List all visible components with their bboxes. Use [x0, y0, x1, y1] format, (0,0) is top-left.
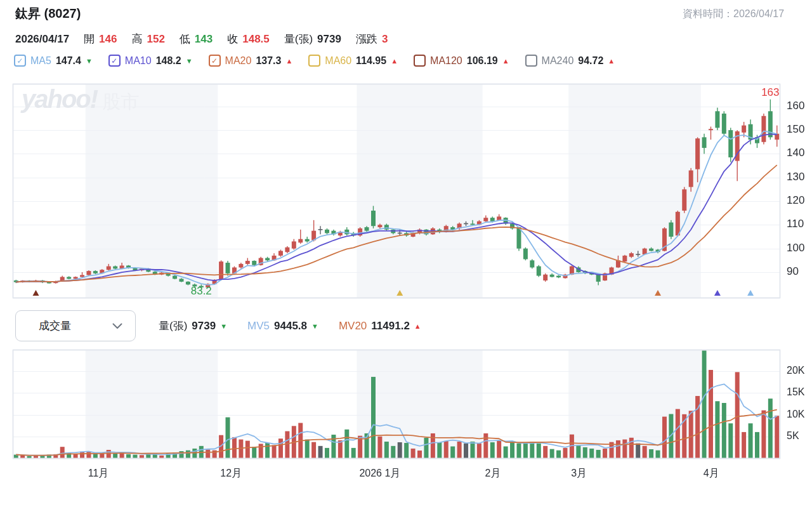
x-axis-month-label: 2026 1月 — [359, 467, 400, 480]
down-triangle-icon: ▼ — [86, 57, 93, 65]
mv5-stat: MV5 9445.8 ▼ — [247, 320, 318, 333]
price-axis-label: 150 — [787, 123, 804, 136]
quote-row: 2026/04/17 開 146 高 152 低 143 收 148.5 量(張… — [15, 32, 388, 46]
stock-chart-page: 鈦昇 (8027) 資料時間：2026/04/17 2026/04/17 開 1… — [0, 0, 812, 507]
quote-change: 漲跌 3 — [356, 32, 388, 46]
mv20-stat: MV20 11491.2 ▲ — [339, 320, 421, 333]
quote-close: 收 148.5 — [227, 32, 270, 46]
down-triangle-icon: ▼ — [186, 57, 193, 65]
volume-axis-label: 15K — [787, 386, 804, 398]
down-triangle-icon: ▼ — [311, 322, 318, 330]
x-axis-month-label: 2月 — [485, 467, 501, 480]
ma5-toggle[interactable]: ✓ MA5 147.4 ▼ — [14, 55, 93, 67]
ma-legend: ✓ MA5 147.4 ▼ ✓ MA10 148.2 ▼ ✓ MA20 137.… — [14, 55, 615, 67]
yahoo-stock-watermark: yahoo!股市 — [22, 85, 139, 115]
ma120-checkbox[interactable] — [414, 55, 426, 67]
price-axis-label: 100 — [787, 242, 804, 254]
up-triangle-icon: ▲ — [391, 57, 398, 65]
x-axis-month-label: 3月 — [571, 467, 587, 480]
ma10-checkbox[interactable]: ✓ — [108, 55, 121, 67]
quote-volume: 量(張) 9739 — [284, 32, 341, 46]
price-axis-label: 130 — [787, 171, 804, 183]
up-triangle-icon: ▲ — [502, 57, 509, 65]
volume-axis-label: 10K — [787, 409, 804, 420]
x-axis-month-label: 12月 — [220, 467, 242, 480]
ma20-toggle[interactable]: ✓ MA20 137.3 ▲ — [209, 55, 293, 67]
quote-low: 低 143 — [180, 32, 213, 46]
x-axis-month-label: 11月 — [88, 467, 109, 480]
ma240-toggle[interactable]: MA240 94.72 ▲ — [525, 55, 615, 67]
x-axis-month-label: 4月 — [704, 467, 719, 480]
candlestick-volume-chart[interactable] — [0, 0, 812, 507]
volume-stats-row: 量(張) 9739 ▼ MV5 9445.8 ▼ MV20 11491.2 ▲ — [159, 319, 421, 333]
ma5-checkbox[interactable]: ✓ — [14, 55, 26, 67]
volume-stat: 量(張) 9739 ▼ — [159, 319, 227, 333]
ma20-checkbox[interactable]: ✓ — [209, 55, 221, 67]
data-timestamp: 資料時間：2026/04/17 — [683, 8, 812, 21]
down-triangle-icon: ▼ — [220, 322, 227, 330]
price-axis-label: 140 — [787, 147, 804, 159]
price-axis-label: 110 — [787, 218, 804, 230]
ma240-checkbox[interactable] — [525, 55, 537, 67]
chevron-down-icon — [112, 323, 122, 329]
indicator-select[interactable]: 成交量 — [15, 310, 136, 341]
ma60-checkbox[interactable] — [308, 55, 320, 67]
quote-high: 高 152 — [131, 32, 164, 46]
price-axis-label: 120 — [787, 194, 804, 207]
quote-open: 開 146 — [84, 32, 117, 46]
ma120-toggle[interactable]: MA120 106.19 ▲ — [414, 55, 509, 67]
price-axis-label: 160 — [787, 100, 804, 112]
page-title: 鈦昇 (8027) — [15, 5, 81, 22]
volume-axis-label: 5K — [787, 430, 799, 442]
volume-axis-label: 20K — [787, 365, 804, 376]
high-price-annotation: 163 — [751, 86, 789, 99]
up-triangle-icon: ▲ — [414, 322, 421, 330]
up-triangle-icon: ▲ — [608, 57, 615, 65]
low-price-annotation: 83.2 — [182, 285, 220, 298]
price-axis-label: 90 — [787, 265, 799, 278]
ma60-toggle[interactable]: MA60 114.95 ▲ — [308, 55, 398, 67]
ma10-toggle[interactable]: ✓ MA10 148.2 ▼ — [108, 55, 193, 67]
quote-date: 2026/04/17 — [15, 33, 69, 46]
up-triangle-icon: ▲ — [285, 57, 292, 65]
yahoo-logo: yahoo! — [22, 85, 97, 113]
